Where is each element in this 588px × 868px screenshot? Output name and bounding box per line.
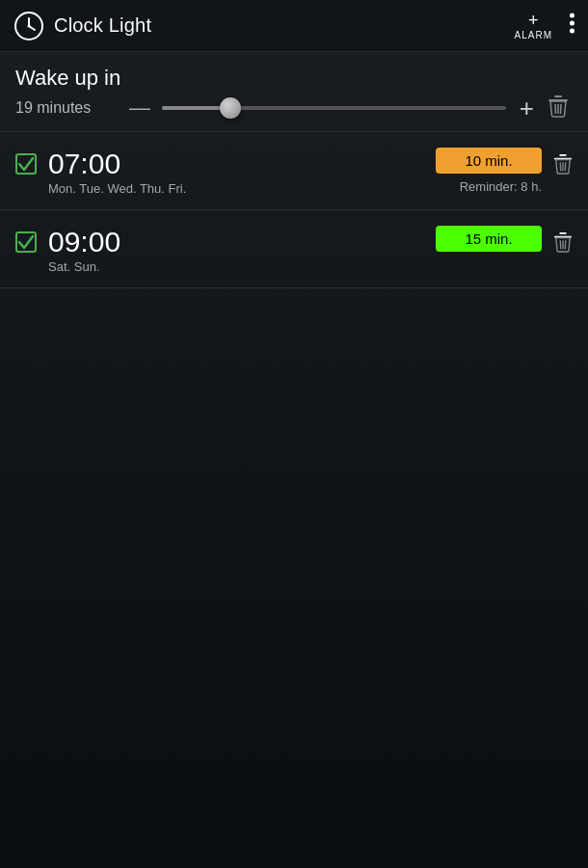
alarm-2-time: 09:00	[48, 226, 395, 258]
clock-icon	[13, 11, 44, 41]
svg-line-9	[555, 104, 556, 114]
svg-rect-8	[554, 95, 562, 97]
alarm-2-info: 09:00 Sat. Sun.	[48, 226, 395, 274]
alarm-1-info: 07:00 Mon. Tue. Wed. Thu. Fri.	[48, 148, 395, 196]
alarm-1-days: Mon. Tue. Wed. Thu. Fri.	[48, 181, 395, 196]
add-alarm-plus-icon: +	[528, 12, 539, 29]
svg-rect-20	[559, 232, 566, 234]
top-bar-actions: + ALARM	[515, 12, 575, 41]
alarm-list: 07:00 Mon. Tue. Wed. Thu. Fri. 10 min. R…	[0, 132, 588, 288]
increase-button[interactable]: +	[510, 95, 544, 121]
alarm-2-delete-button[interactable]	[553, 226, 573, 253]
wake-up-title: Wake up in	[15, 66, 573, 91]
svg-point-6	[570, 28, 575, 33]
delete-wake-up-button[interactable]	[544, 95, 573, 122]
alarm-1-time: 07:00	[48, 148, 395, 179]
alarm-1-checkbox[interactable]	[15, 153, 37, 175]
alarm-2-days: Sat. Sun.	[48, 259, 395, 274]
svg-point-5	[570, 20, 575, 25]
alarm-1-snooze-badge[interactable]: 10 min.	[436, 148, 542, 174]
alarm-2-checkbox[interactable]	[15, 231, 37, 253]
alarm-1-right: 10 min. Reminder: 8 h.	[407, 148, 542, 194]
wake-up-controls: 19 minutes — +	[15, 95, 573, 122]
alarm-item: 09:00 Sat. Sun. 15 min.	[0, 210, 588, 288]
alarm-item: 07:00 Mon. Tue. Wed. Thu. Fri. 10 min. R…	[0, 132, 588, 210]
slider-thumb[interactable]	[220, 97, 241, 119]
alarm-2-right: 15 min.	[407, 226, 542, 252]
alarm-2-snooze-badge[interactable]: 15 min.	[436, 226, 542, 252]
alarm-1-reminder: Reminder: 8 h.	[460, 179, 542, 194]
svg-point-4	[570, 13, 575, 17]
svg-point-3	[28, 24, 31, 27]
wake-up-slider[interactable]	[162, 106, 506, 110]
decrease-button[interactable]: —	[121, 97, 158, 119]
alarm-1-delete-button[interactable]	[553, 148, 573, 175]
add-alarm-button[interactable]: + ALARM	[515, 12, 552, 41]
app-branding: Clock Light	[13, 11, 515, 41]
add-alarm-label: ALARM	[515, 30, 552, 41]
overflow-menu-button[interactable]	[570, 13, 575, 40]
app-title: Clock Light	[54, 14, 151, 37]
svg-rect-14	[559, 154, 566, 156]
wake-up-minutes: 19 minutes	[15, 99, 121, 117]
svg-line-11	[561, 104, 562, 114]
top-bar: Clock Light + ALARM	[0, 0, 588, 52]
wake-up-section: Wake up in 19 minutes — +	[0, 52, 588, 132]
